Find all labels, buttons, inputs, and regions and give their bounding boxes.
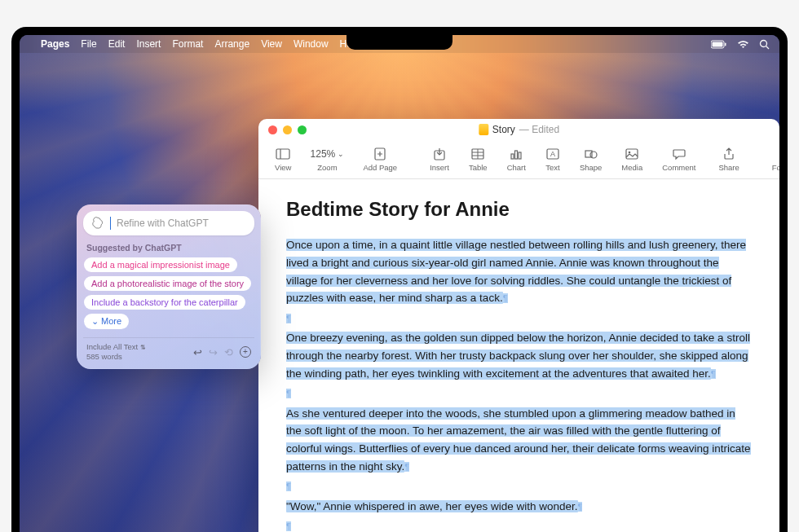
menubar-app-name[interactable]: Pages bbox=[41, 38, 69, 50]
menu-format[interactable]: Format bbox=[172, 38, 203, 50]
suggestion-chip-0[interactable]: Add a magical impressionist image bbox=[84, 257, 237, 272]
svg-rect-17 bbox=[515, 151, 518, 159]
paragraph: One breezy evening, as the golden sun di… bbox=[286, 329, 752, 382]
include-scope-select[interactable]: Include All Text ⇅ bbox=[86, 342, 146, 352]
redo-icon[interactable]: ↪ bbox=[209, 346, 218, 358]
menu-insert[interactable]: Insert bbox=[136, 38, 161, 50]
shape-button[interactable]: Shape bbox=[572, 145, 610, 174]
pages-toolbar: View 125%⌄ Zoom Add Page Insert Tabl bbox=[258, 140, 779, 179]
menu-window[interactable]: Window bbox=[294, 38, 329, 50]
pilcrow-icon: ¶ bbox=[503, 293, 508, 303]
menu-view[interactable]: View bbox=[261, 38, 282, 50]
revert-icon[interactable]: ⟲ bbox=[224, 346, 233, 358]
maximize-button[interactable] bbox=[298, 125, 307, 134]
pilcrow-icon: ¶ bbox=[404, 462, 409, 472]
document-title: Story bbox=[492, 124, 515, 135]
document-heading[interactable]: Bedtime Story for Annie bbox=[286, 194, 752, 225]
text-cursor bbox=[110, 217, 111, 230]
chart-icon bbox=[509, 147, 523, 161]
undo-icon[interactable]: ↩ bbox=[193, 346, 202, 358]
add-page-icon bbox=[373, 147, 387, 161]
paragraph: "Wow," Annie whispered in awe, her eyes … bbox=[286, 498, 752, 516]
text-icon: A bbox=[545, 147, 560, 161]
pilcrow-icon: ¶ bbox=[286, 521, 291, 531]
svg-line-4 bbox=[766, 46, 770, 49]
insert-button[interactable]: Insert bbox=[422, 145, 457, 174]
pilcrow-icon: ¶ bbox=[286, 389, 291, 398]
svg-text:A: A bbox=[550, 150, 555, 158]
pilcrow-icon: ¶ bbox=[711, 369, 716, 379]
zoom-value: 125% bbox=[311, 148, 336, 160]
svg-point-24 bbox=[629, 152, 631, 154]
format-icon bbox=[777, 147, 779, 161]
ai-panel-footer: Include All Text ⇅ 585 words ↩ ↪ ⟲ + bbox=[83, 337, 254, 363]
paragraph: As she ventured deeper into the woods, s… bbox=[286, 405, 752, 475]
svg-rect-2 bbox=[725, 42, 726, 46]
comment-button[interactable]: Comment bbox=[654, 145, 704, 174]
wifi-icon[interactable] bbox=[737, 40, 749, 49]
media-icon bbox=[625, 147, 639, 161]
add-action-icon[interactable]: + bbox=[240, 346, 251, 358]
chevron-down-icon: ⌄ bbox=[338, 150, 344, 158]
comment-icon bbox=[672, 147, 686, 161]
spotlight-icon[interactable] bbox=[759, 39, 770, 50]
view-button[interactable]: View bbox=[267, 145, 299, 174]
laptop-frame: Pages File Edit Insert Format Arrange Vi… bbox=[11, 27, 788, 532]
menu-file[interactable]: File bbox=[81, 38, 96, 50]
table-icon bbox=[470, 147, 485, 161]
pilcrow-icon: ¶ bbox=[286, 481, 291, 491]
suggestion-chip-1[interactable]: Add a photorealistic image of the story bbox=[84, 276, 251, 291]
suggestion-chip-2[interactable]: Include a backstory for the caterpillar bbox=[84, 295, 245, 310]
window-titlebar[interactable]: Story — Edited bbox=[258, 119, 779, 140]
chatgpt-icon bbox=[91, 217, 104, 230]
document-editor[interactable]: Bedtime Story for Annie Once upon a time… bbox=[258, 179, 779, 532]
svg-point-22 bbox=[590, 152, 597, 158]
writing-tools-panel: Suggested by ChatGPT Add a magical impre… bbox=[77, 204, 261, 369]
minimize-button[interactable] bbox=[283, 125, 292, 134]
svg-rect-23 bbox=[626, 149, 638, 159]
suggestion-chip-more[interactable]: More bbox=[84, 314, 129, 329]
document-icon bbox=[479, 124, 488, 135]
pilcrow-icon: ¶ bbox=[286, 314, 291, 323]
screen: Pages File Edit Insert Format Arrange Vi… bbox=[20, 35, 779, 532]
svg-rect-1 bbox=[713, 42, 723, 46]
svg-rect-5 bbox=[276, 149, 289, 159]
close-button[interactable] bbox=[268, 125, 277, 134]
display-notch bbox=[347, 35, 452, 50]
zoom-select[interactable]: 125%⌄ Zoom bbox=[302, 145, 351, 174]
pilcrow-icon: ¶ bbox=[578, 502, 583, 512]
window-title[interactable]: Story — Edited bbox=[479, 124, 559, 135]
svg-rect-16 bbox=[511, 154, 514, 159]
suggested-by-label: Suggested by ChatGPT bbox=[86, 243, 251, 253]
view-icon bbox=[276, 147, 290, 161]
traffic-lights bbox=[268, 125, 307, 134]
format-button[interactable]: Format bbox=[764, 145, 779, 174]
text-button[interactable]: A Text bbox=[537, 145, 568, 174]
pages-app-window: Story — Edited View 125%⌄ Zoom Add Page bbox=[258, 119, 779, 532]
ai-refine-input[interactable] bbox=[117, 218, 246, 229]
ai-refine-input-container[interactable] bbox=[83, 211, 254, 235]
chart-button[interactable]: Chart bbox=[499, 145, 534, 174]
menu-arrange[interactable]: Arrange bbox=[214, 38, 249, 50]
shape-icon bbox=[584, 147, 598, 161]
add-page-button[interactable]: Add Page bbox=[355, 145, 405, 174]
media-button[interactable]: Media bbox=[613, 145, 651, 174]
share-icon bbox=[722, 147, 736, 161]
word-count-label: 585 words bbox=[86, 352, 146, 362]
menu-edit[interactable]: Edit bbox=[108, 38, 126, 50]
insert-icon bbox=[432, 147, 447, 161]
battery-icon[interactable] bbox=[711, 40, 727, 49]
edited-indicator: — Edited bbox=[519, 124, 559, 135]
svg-point-3 bbox=[761, 40, 767, 46]
share-button[interactable]: Share bbox=[710, 145, 747, 174]
paragraph: Once upon a time, in a quaint little vil… bbox=[286, 236, 752, 306]
svg-rect-18 bbox=[519, 152, 521, 159]
table-button[interactable]: Table bbox=[461, 145, 496, 174]
